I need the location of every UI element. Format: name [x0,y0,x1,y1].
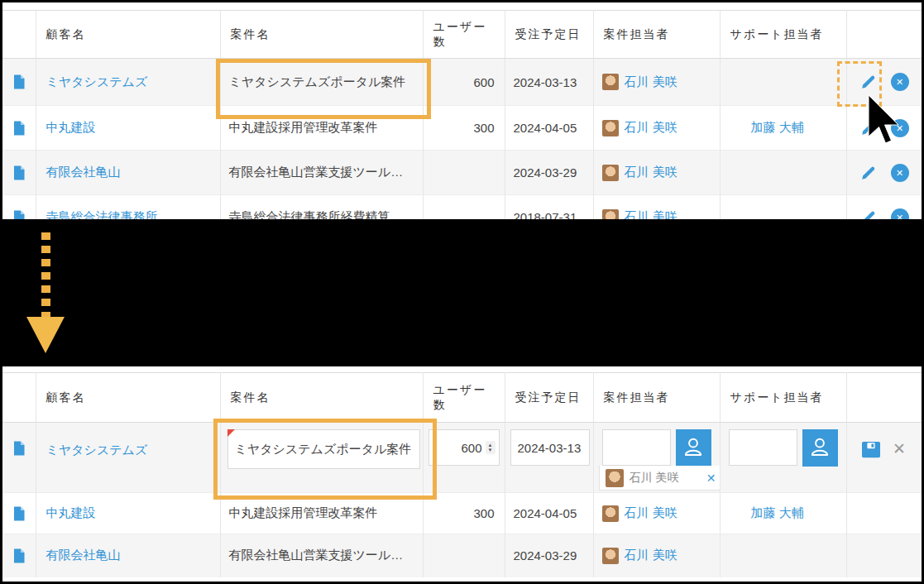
order-date-cell: 2024-04-05 [505,106,593,151]
header-owner: 案件担当者 [593,373,720,423]
users-cell [423,534,505,577]
users-cell: 600 [423,59,505,106]
header-support: サポート担当者 [720,373,846,423]
header-order-date: 受注予定日 [505,373,593,423]
save-row-button[interactable] [862,440,880,458]
arrow-down-head [26,317,65,353]
selected-user-name: 石川 美咲 [630,471,701,486]
owner-link[interactable]: 石川 美咲 [625,209,677,219]
avatar [602,548,619,564]
table-row: 中丸建設 中丸建設採用管理改革案件 300 2024-04-05 石川 美咲 加… [2,493,922,534]
delete-row-button[interactable]: ✕ [891,164,909,182]
order-date-cell: 2024-04-05 [505,493,593,534]
users-cell [423,151,505,195]
header-row: 顧客名 案件名 ユーザー数 受注予定日 案件担当者 サポート担当者 [2,373,922,423]
person-icon [808,435,831,461]
cancel-edit-button[interactable]: ✕ [893,441,906,457]
delete-row-button[interactable]: ✕ [891,119,909,137]
users-cell: 300 [423,493,505,534]
owner-link[interactable]: 石川 美咲 [625,74,677,90]
records-table-editing: 顧客名 案件名 ユーザー数 受注予定日 案件担当者 サポート担当者 ミヤタシステ… [2,372,922,577]
avatar [602,505,619,522]
header-row: 顧客名 案件名 ユーザー数 受注予定日 案件担当者 サポート担当者 [2,11,922,59]
users-cell: 300 [423,106,505,151]
document-icon[interactable] [10,439,28,457]
customer-link[interactable]: 有限会社亀山 [46,165,121,179]
selected-user-chip: 石川 美咲 ✕ [599,466,721,491]
header-users: ユーザー数 [423,11,505,59]
table-row: 寺島総合法律事務所 寺島総合法律事務所経費精算… 2018-07-31 石川 美… [2,195,922,220]
avatar [602,209,619,219]
order-date-input[interactable]: 2024-03-13 [510,429,590,466]
transition-band [0,219,924,366]
support-pick-user-button[interactable] [802,429,837,467]
header-support: サポート担当者 [720,11,846,59]
avatar [602,120,619,136]
avatar [602,74,619,90]
arrow-down-icon [41,232,50,318]
header-case: 案件名 [220,11,423,59]
document-icon[interactable] [10,547,28,565]
users-count-input[interactable]: 600 ▲▼ [428,429,500,466]
case-cell: 有限会社亀山営業支援ツール… [220,534,423,577]
support-search-input[interactable] [729,429,798,466]
customer-link[interactable]: 中丸建設 [46,120,96,134]
number-spinner[interactable]: ▲▼ [486,441,496,454]
table-row: 中丸建設 中丸建設採用管理改革案件 300 2024-04-05 石川 美咲 加… [2,106,922,151]
remove-user-icon[interactable]: ✕ [706,472,716,485]
case-cell: 中丸建設採用管理改革案件 [220,493,423,534]
header-owner: 案件担当者 [593,11,720,59]
person-icon [682,435,705,461]
case-cell: 有限会社亀山営業支援ツール… [220,151,423,195]
header-customer: 顧客名 [36,11,220,59]
records-table: 顧客名 案件名 ユーザー数 受注予定日 案件担当者 サポート担当者 ミヤタシステ… [2,10,922,219]
support-cell [720,59,846,106]
document-icon[interactable] [10,208,28,219]
owner-link[interactable]: 石川 美咲 [625,120,677,136]
table-row-editing: ミヤタシステムズ ミヤタシステムズポータル案件 600 ▲▼ 2024-03-1… [2,423,922,493]
edit-row-button[interactable] [859,208,878,219]
header-record-icon [2,11,36,59]
edit-row-button[interactable] [859,73,878,91]
table-row: ミヤタシステムズ ミヤタシステムズポータル案件 600 2024-03-13 石… [2,59,922,106]
order-date-cell: 2018-07-31 [505,195,593,220]
header-customer: 顧客名 [36,373,220,423]
case-cell: ミヤタシステムズポータル案件 [220,59,423,106]
header-actions [846,373,922,423]
avatar [606,469,624,487]
owner-search-input[interactable] [602,429,672,466]
header-users: ユーザー数 [423,373,505,423]
document-icon[interactable] [10,505,28,523]
case-name-input[interactable]: ミヤタシステムズポータル案件 [227,429,420,469]
edit-row-button[interactable] [859,119,878,137]
delete-row-button[interactable]: ✕ [891,208,909,219]
owner-link[interactable]: 石川 美咲 [625,548,677,563]
support-link[interactable]: 加藤 大輔 [751,120,804,136]
support-link[interactable]: 加藤 大輔 [751,505,804,521]
table-view-after: 顧客名 案件名 ユーザー数 受注予定日 案件担当者 サポート担当者 ミヤタシステ… [2,366,922,582]
header-actions [846,11,922,59]
customer-link[interactable]: 中丸建設 [46,505,96,519]
delete-row-button[interactable]: ✕ [891,73,909,91]
edit-row-button[interactable] [859,164,878,182]
customer-link[interactable]: 有限会社亀山 [46,548,121,562]
header-order-date: 受注予定日 [505,11,593,59]
customer-link[interactable]: ミヤタシステムズ [46,443,148,457]
order-date-cell: 2024-03-29 [505,534,593,577]
document-icon[interactable] [10,119,28,137]
customer-link[interactable]: ミヤタシステムズ [46,74,148,89]
document-icon[interactable] [10,73,28,91]
support-cell [720,151,846,195]
header-case: 案件名 [220,373,423,423]
support-cell [720,534,846,577]
order-date-cell: 2024-03-13 [505,59,593,106]
document-icon[interactable] [10,164,28,182]
owner-pick-user-button[interactable] [676,429,711,467]
owner-link[interactable]: 石川 美咲 [625,165,677,180]
table-row: 有限会社亀山 有限会社亀山営業支援ツール… 2024-03-29 石川 美咲 ✕ [2,151,922,195]
owner-link[interactable]: 石川 美咲 [625,505,677,521]
table-row: 有限会社亀山 有限会社亀山営業支援ツール… 2024-03-29 石川 美咲 [2,534,922,577]
users-cell [423,195,505,220]
customer-link[interactable]: 寺島総合法律事務所 [46,209,158,219]
case-cell: 寺島総合法律事務所経費精算… [220,195,423,220]
